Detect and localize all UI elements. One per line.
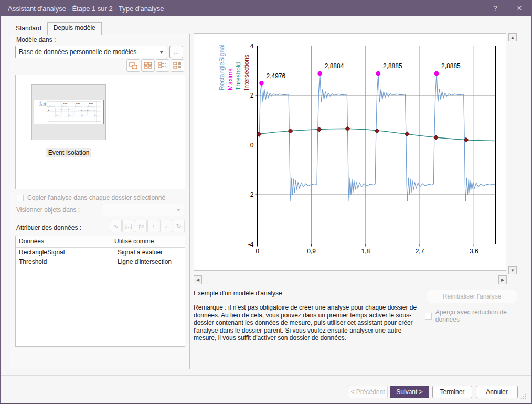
svg-text:2: 2 — [47, 106, 48, 107]
view-objects-label: Visionner objets dans : — [16, 206, 80, 214]
svg-text:-4: -4 — [46, 121, 48, 121]
template-item-label: Event Isolation — [31, 149, 106, 156]
fx-icon: ƒx — [137, 223, 144, 229]
svg-text:1,8: 1,8 — [71, 122, 74, 123]
svg-text:4: 4 — [47, 101, 48, 102]
large-icons-icon — [129, 61, 138, 70]
assign-data-toolbar: ∿ [...] ƒx ↑ ↓ ↻ — [110, 220, 185, 232]
scroll-up-icon[interactable]: ▲ — [508, 33, 517, 41]
cell-data: RectangleSignal — [16, 249, 111, 256]
help-icon[interactable]: ? — [483, 1, 507, 16]
svg-text:-4: -4 — [248, 241, 254, 248]
svg-text:0: 0 — [256, 248, 259, 255]
svg-text:3,6: 3,6 — [95, 122, 98, 123]
close-icon[interactable]: × — [507, 1, 531, 16]
arrow-down-icon: ↓ — [165, 223, 168, 229]
svg-text:-2: -2 — [248, 191, 254, 198]
template-thumbnail-chart: 00,91,82,73,6420-2-42,49762,88842,88852,… — [34, 100, 103, 124]
model-source-combobox[interactable]: Base de données personnelle de modèles — [15, 46, 167, 58]
svg-text:2,8884: 2,8884 — [325, 62, 344, 70]
finish-button[interactable]: Terminer — [432, 386, 472, 398]
footer-separator — [1, 375, 531, 376]
assign-signal-button[interactable]: ∿ — [110, 220, 122, 232]
svg-text:0,9: 0,9 — [59, 122, 62, 123]
chevron-down-icon — [176, 209, 180, 211]
template-gallery: 00,91,82,73,6420-2-42,49762,88842,88852,… — [15, 75, 185, 189]
checkbox-icon — [17, 195, 24, 201]
column-header-used-as[interactable]: Utilisé comme — [111, 236, 175, 247]
tab-strip: Standard Depuis modèle — [10, 23, 102, 34]
view-small-icons-button[interactable] — [141, 59, 155, 72]
table-row[interactable]: Threshold Ligne d'intersection — [16, 257, 185, 267]
svg-text:Intersections: Intersections — [45, 102, 46, 106]
table-header: Données Utilisé comme — [16, 236, 185, 248]
next-button[interactable]: Suivant > — [390, 386, 429, 398]
svg-text:Maxima: Maxima — [41, 103, 43, 106]
refresh-icon: ↻ — [176, 223, 181, 229]
note-text: Remarque : il n'est pas obligatoire de c… — [194, 304, 419, 342]
svg-text:1,8: 1,8 — [361, 248, 370, 255]
small-icons-icon — [143, 61, 153, 70]
copy-analysis-label: Copier l'analyse dans chaque dossier sél… — [27, 194, 165, 201]
reset-analysis-button[interactable]: Réinitialiser l'analyse — [427, 290, 517, 303]
svg-text:2: 2 — [250, 92, 254, 99]
assign-data-label: Attribuer des données : — [16, 224, 81, 231]
analysis-wizard-dialog: Assistant d'analyse - Étape 1 sur 2 - Ty… — [0, 0, 532, 404]
svg-text:2,8885: 2,8885 — [383, 62, 402, 70]
preview-reduction-checkbox[interactable]: Aperçu avec réduction de données — [425, 309, 531, 323]
svg-text:RectangleSignal: RectangleSignal — [39, 101, 41, 106]
chart-preview-panel: 00,91,82,73,6420-2-42,49762,88842,88852,… — [194, 33, 506, 271]
svg-text:RectangleSignal: RectangleSignal — [218, 45, 226, 90]
column-header-spacer — [175, 236, 185, 247]
copy-analysis-checkbox[interactable]: Copier l'analyse dans chaque dossier sél… — [17, 194, 165, 201]
list-view-icon — [158, 61, 167, 70]
details-view-icon — [173, 61, 182, 70]
cancel-button[interactable]: Annuler — [476, 386, 518, 398]
preview-reduction-label: Aperçu avec réduction de données — [435, 309, 531, 323]
tab-standard[interactable]: Standard — [10, 23, 47, 34]
svg-text:4: 4 — [250, 42, 254, 50]
browse-button[interactable]: ... — [169, 46, 183, 58]
assign-formula-button[interactable]: ƒx — [135, 220, 147, 232]
window-title: Assistant d'analyse - Étape 1 sur 2 - Ty… — [1, 5, 483, 13]
svg-text:2,7: 2,7 — [416, 248, 424, 255]
view-list-button[interactable] — [156, 59, 169, 72]
table-row[interactable]: RectangleSignal Signal à évaluer — [16, 248, 185, 257]
cell-used-as: Ligne d'intersection — [111, 258, 175, 265]
svg-text:Threshold: Threshold — [235, 62, 242, 90]
assign-ellipsis-button[interactable]: [...] — [122, 220, 134, 232]
view-objects-combobox[interactable] — [102, 204, 184, 216]
example-label: Exemple d'un modèle d'analyse — [194, 290, 282, 297]
vertical-scrollbar[interactable]: ▲ ▼ — [508, 33, 517, 274]
horizontal-scrollbar[interactable]: ◀ ▶ — [194, 275, 507, 284]
template-thumbnail-box: 00,91,82,73,6420-2-42,49762,88842,88852,… — [34, 100, 104, 124]
svg-text:-2: -2 — [46, 116, 48, 116]
arrow-up-icon: ↑ — [152, 223, 155, 229]
tab-depuis-modele[interactable]: Depuis modèle — [47, 22, 102, 35]
chevron-down-icon — [159, 51, 164, 54]
model-in-label: Modèle dans : — [16, 36, 56, 44]
signal-icon: ∿ — [113, 223, 118, 229]
svg-text:Maxima: Maxima — [227, 68, 234, 90]
cell-data: Threshold — [16, 258, 111, 265]
data-assignment-table: Données Utilisé comme RectangleSignal Si… — [15, 236, 185, 347]
ellipsis-icon: [...] — [125, 224, 132, 229]
svg-text:3,6: 3,6 — [470, 248, 478, 255]
scroll-left-icon[interactable]: ◀ — [194, 275, 202, 284]
svg-text:2,7: 2,7 — [83, 122, 86, 123]
scroll-down-icon[interactable]: ▼ — [508, 266, 517, 274]
view-large-icons-button[interactable] — [126, 59, 140, 72]
move-down-button[interactable]: ↓ — [160, 220, 172, 232]
resize-grip[interactable] — [525, 394, 526, 395]
back-button[interactable]: < Précédent — [348, 386, 388, 398]
scroll-right-icon[interactable]: ▶ — [498, 275, 507, 284]
move-up-button[interactable]: ↑ — [147, 220, 159, 232]
svg-text:2,8885: 2,8885 — [441, 62, 461, 70]
svg-text:0: 0 — [47, 111, 48, 111]
svg-text:Intersections: Intersections — [243, 55, 250, 90]
view-details-button[interactable] — [171, 59, 184, 72]
refresh-button[interactable]: ↻ — [173, 220, 185, 232]
column-header-data[interactable]: Données — [16, 236, 111, 247]
template-item-event-isolation[interactable]: 00,91,82,73,6420-2-42,49762,88842,88852,… — [31, 84, 106, 140]
cell-used-as: Signal à évaluer — [111, 249, 175, 256]
